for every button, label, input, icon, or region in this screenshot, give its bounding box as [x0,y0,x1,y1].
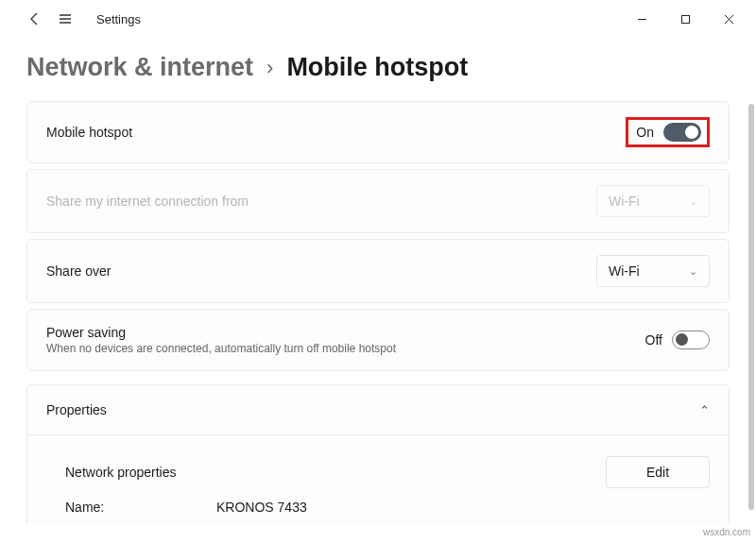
breadcrumb: Network & internet › Mobile hotspot [0,38,756,101]
properties-title: Properties [46,402,107,417]
share-from-label: Share my internet connection from [46,194,249,209]
network-properties-label: Network properties [65,465,177,480]
name-label: Name: [65,500,216,515]
name-value: KRONOS 7433 [216,500,307,515]
share-from-dropdown: Wi-Fi ⌄ [596,185,710,217]
share-over-row: Share over Wi-Fi ⌄ [26,239,730,303]
chevron-down-icon: ⌄ [689,265,697,278]
breadcrumb-parent[interactable]: Network & internet [26,53,253,82]
app-title: Settings [96,12,141,26]
power-saving-toggle-label: Off [645,332,662,348]
page-title: Mobile hotspot [286,53,468,82]
svg-rect-0 [681,15,689,23]
properties-header[interactable]: Properties ⌃ [26,384,730,435]
power-saving-toggle[interactable] [672,331,710,349]
hotspot-toggle[interactable] [663,123,701,142]
menu-icon[interactable] [57,10,74,27]
power-saving-sub: When no devices are connected, automatic… [46,342,645,355]
hotspot-label: Mobile hotspot [46,125,132,140]
properties-body: Network properties Edit Name: KRONOS 743… [26,435,730,524]
share-over-label: Share over [46,263,111,279]
hotspot-toggle-highlight: On [626,117,710,147]
watermark: wsxdn.com [703,527,750,537]
back-icon[interactable] [26,10,43,27]
share-from-row: Share my internet connection from Wi-Fi … [26,169,730,233]
chevron-right-icon: › [266,56,273,80]
power-saving-label: Power saving [46,325,645,340]
scrollbar[interactable] [748,104,754,510]
share-from-value: Wi-Fi [609,194,640,209]
hotspot-toggle-label: On [636,125,654,140]
hotspot-row: Mobile hotspot On [26,101,730,163]
share-over-dropdown[interactable]: Wi-Fi ⌄ [596,255,710,287]
power-saving-row: Power saving When no devices are connect… [26,309,730,371]
share-over-value: Wi-Fi [609,263,640,279]
close-button[interactable] [707,0,750,38]
minimize-button[interactable] [620,0,663,38]
edit-button[interactable]: Edit [606,456,710,488]
chevron-up-icon: ⌃ [699,403,710,417]
maximize-button[interactable] [663,0,707,38]
chevron-down-icon: ⌄ [689,195,697,208]
